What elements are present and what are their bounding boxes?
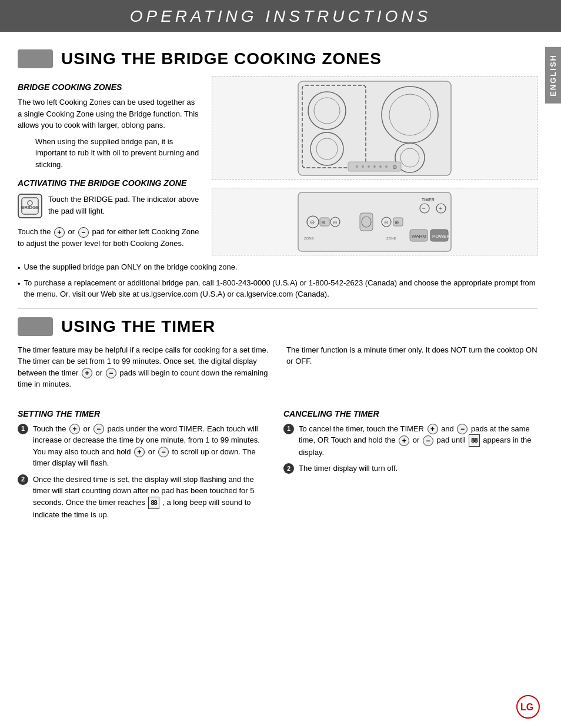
bullet-dot-1: • — [18, 262, 21, 274]
cooktop-bottom-svg: TIMER − + ⊖ ⊕ ⊖ — [295, 190, 454, 254]
section-divider — [18, 308, 537, 309]
step2-num: 2 — [18, 474, 28, 485]
canceling-step1: 1 To cancel the timer, touch the TIMER +… — [283, 423, 537, 458]
c-plus: + — [428, 424, 438, 434]
c-minus2: − — [423, 436, 433, 446]
canceling-step2: 2 The timer display will turn off. — [283, 463, 537, 474]
c-display-icon: 88 — [469, 434, 479, 447]
bullet-item-2: • To purchase a replacement or additiona… — [18, 277, 537, 300]
svg-text:WARM: WARM — [412, 234, 426, 239]
cooktop-bottom-diagram: TIMER − + ⊖ ⊕ ⊖ — [212, 188, 537, 255]
main-content: USING THE BRIDGE COOKING ZONES BRIDGE CO… — [0, 32, 561, 537]
c-plus2: + — [399, 436, 409, 446]
bridge-content: BRIDGE COOKING ZONES The two left Cookin… — [18, 77, 537, 255]
svg-point-14 — [356, 165, 358, 168]
display-icon-88: 88 — [148, 497, 159, 509]
svg-text:⊕: ⊕ — [395, 220, 399, 225]
timer-section-title: USING THE TIMER — [61, 317, 215, 336]
bridge-para2: When using the supplied bridge pan, it i… — [18, 136, 200, 171]
timer-intro-left: The timer feature may be helpful if a re… — [18, 344, 269, 395]
canceling-col: CANCELING THE TIMER 1 To cancel the time… — [283, 403, 537, 525]
setting-heading: SETTING THE TIMER — [18, 409, 272, 418]
setting-step2: 2 Once the desired time is set, the disp… — [18, 474, 272, 520]
svg-point-16 — [368, 165, 370, 168]
svg-text:ZONE: ZONE — [386, 237, 396, 240]
svg-text:+: + — [439, 205, 442, 212]
bridge-section-header: USING THE BRIDGE COOKING ZONES — [18, 49, 537, 68]
c-minus: − — [457, 424, 468, 434]
svg-point-19 — [385, 165, 388, 168]
c-step1-num: 1 — [283, 424, 294, 434]
section-bar-bridge — [18, 49, 53, 68]
bridge-diagram-col: ⊖ TIMER − + ⊖ — [212, 77, 537, 255]
activating-heading: ACTIVATING THE BRIDGE COOKING ZONE — [18, 178, 200, 188]
lg-logo-svg: LG — [516, 695, 540, 719]
svg-text:TIMER: TIMER — [422, 198, 435, 202]
svg-text:⊖: ⊖ — [333, 220, 338, 225]
bullet-text-1: Use the supplied bridge pan ONLY on the … — [24, 261, 238, 274]
bridge-icon-svg: BRIDGE — [21, 197, 39, 215]
svg-point-15 — [362, 165, 364, 168]
s1-minus2: − — [158, 447, 169, 457]
bridge-zones-heading: BRIDGE COOKING ZONES — [18, 82, 200, 92]
bridge-bullets: • Use the supplied bridge pan ONLY on th… — [18, 261, 537, 300]
canceling-step2-text: The timer display will turn off. — [299, 463, 398, 474]
setting-step1: 1 Touch the + or − pads under the word T… — [18, 423, 272, 469]
svg-text:ZONE: ZONE — [304, 237, 314, 240]
svg-point-18 — [379, 165, 382, 168]
bridge-icon-row: BRIDGE Touch the BRIDGE pad. The indicat… — [18, 194, 200, 221]
bridge-pad-icon: BRIDGE — [18, 194, 42, 218]
svg-text:⊖: ⊖ — [384, 220, 389, 225]
svg-text:⊖: ⊖ — [392, 164, 397, 170]
bridge-section-title: USING THE BRIDGE COOKING ZONES — [61, 49, 382, 68]
minus-btn-inline: − — [78, 227, 89, 238]
setting-step1-text: Touch the + or − pads under the word TIM… — [33, 423, 272, 469]
setting-canceling: SETTING THE TIMER 1 Touch the + or − pad… — [18, 403, 537, 525]
step1-num: 1 — [18, 424, 28, 434]
timer-intro-left-text: The timer feature may be helpful if a re… — [18, 344, 269, 390]
timer-section-header: USING THE TIMER — [18, 317, 537, 336]
svg-text:−: − — [422, 205, 426, 212]
bridge-touch-text: Touch the BRIDGE pad. The indicator abov… — [48, 194, 200, 217]
svg-text:LG: LG — [520, 702, 533, 712]
s1-plus2: + — [134, 447, 145, 457]
setting-col: SETTING THE TIMER 1 Touch the + or − pad… — [18, 403, 272, 525]
c-step2-num: 2 — [283, 463, 294, 474]
svg-text:POWER: POWER — [432, 234, 450, 239]
plus-btn-inline: + — [54, 227, 65, 238]
s1-plus: + — [69, 424, 80, 434]
lg-logo: LG — [516, 695, 537, 716]
timer-intro: The timer feature may be helpful if a re… — [18, 344, 537, 395]
bridge-text-col: BRIDGE COOKING ZONES The two left Cookin… — [18, 77, 200, 255]
language-tab: ENGLISH — [545, 47, 561, 104]
bullet-item-1: • Use the supplied bridge pan ONLY on th… — [18, 261, 537, 274]
canceling-heading: CANCELING THE TIMER — [283, 409, 537, 418]
timer-minus-inline: − — [106, 368, 116, 378]
page-title: OPERATING INSTRUCTIONS — [0, 7, 561, 26]
bridge-adjust-text: Touch the + or − pad for either left Coo… — [18, 226, 200, 249]
bridge-para1: The two left Cooking Zones can be used t… — [18, 97, 200, 131]
svg-point-17 — [373, 165, 376, 168]
page-header: OPERATING INSTRUCTIONS — [0, 0, 561, 32]
svg-text:⊕: ⊕ — [321, 220, 326, 225]
timer-intro-right-text: The timer function is a minute timer onl… — [286, 344, 537, 367]
cooktop-top-diagram: ⊖ — [212, 77, 537, 179]
bullet-dot-2: • — [18, 278, 21, 300]
s1-minus: − — [94, 424, 104, 434]
bullet-text-2: To purchase a replacement or additional … — [24, 277, 537, 300]
cooktop-top-svg: ⊖ — [295, 78, 454, 178]
timer-intro-right: The timer function is a minute timer onl… — [286, 344, 537, 395]
section-bar-timer — [18, 317, 53, 336]
setting-step2-text: Once the desired time is set, the displa… — [33, 474, 272, 520]
svg-text:⊖: ⊖ — [310, 219, 315, 225]
canceling-step1-text: To cancel the timer, touch the TIMER + a… — [299, 423, 537, 458]
timer-plus-inline: + — [82, 368, 92, 378]
